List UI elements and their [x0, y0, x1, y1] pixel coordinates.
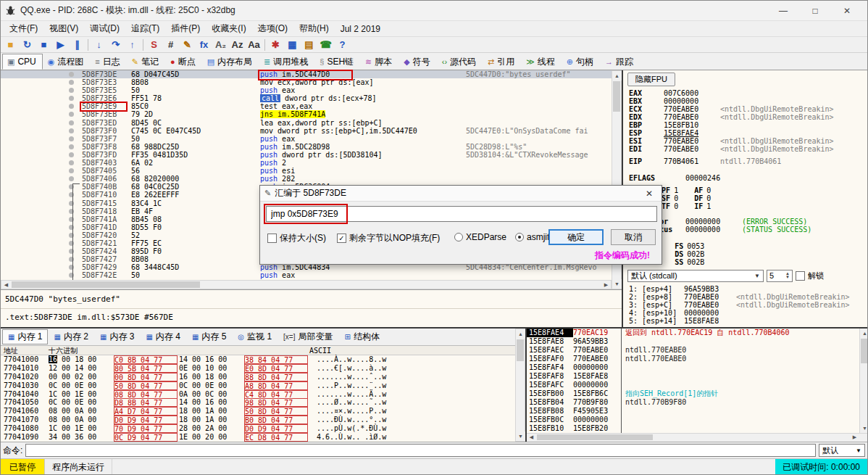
scroll-thumb[interactable] — [517, 339, 524, 361]
dump-row[interactable]: 7704102000 00 02 0000 8D 04 7716 00 18 0… — [1, 373, 515, 381]
breakpoint-dot[interactable] — [69, 80, 74, 85]
breakpoint-dot[interactable] — [69, 168, 74, 173]
stack-row[interactable]: 15E8FB1015E8FB20 — [527, 424, 868, 433]
view-tab[interactable]: ●断点 — [165, 54, 202, 70]
stack-row[interactable]: 15E8FAF815E8FAE8 — [527, 372, 868, 381]
disasm-row[interactable]: 5D8F73E550push eax — [1, 86, 612, 94]
dump-row[interactable]: 7704101012 00 14 0080 5B 04 770E 00 10 0… — [1, 364, 515, 373]
scroll-right-arrow[interactable]: ▶ — [850, 434, 859, 441]
maximize-button[interactable]: □ — [799, 1, 831, 20]
stack-row[interactable]: 15E8FB0C00000000 — [527, 416, 868, 424]
command-profile-dropdown[interactable]: 默认 ▼ — [819, 444, 865, 457]
register-row[interactable]: EBP15E8FB10 — [629, 121, 866, 129]
register-row[interactable]: ESP15E8FAE4 — [629, 129, 866, 137]
dump-tab[interactable]: [x=]局部变量 — [277, 329, 338, 344]
menu-item[interactable]: 视图(V) — [43, 21, 84, 36]
dump-row[interactable]: 7704106008 00 0A 00A4 D7 04 7718 00 1A 0… — [1, 407, 515, 416]
scroll-thumb[interactable] — [537, 434, 653, 440]
disasm-row[interactable]: 5D8F73FDFF35 0481D35Dpush dword ptr ds:[… — [1, 151, 612, 159]
scroll-left-arrow[interactable]: ◀ — [527, 434, 536, 441]
dump-tab[interactable]: ▦内存 1 — [2, 329, 48, 344]
disasm-row[interactable]: 5D8F73EB79 2Djns im.5D8F741A — [1, 110, 612, 118]
stack-row[interactable]: 15E8FAF0770EABE0ntdll.770EABE0 — [527, 355, 868, 363]
unlock-checkbox[interactable]: 解锁 — [796, 270, 824, 281]
ok-button[interactable]: 确定 — [548, 229, 604, 245]
register-row[interactable]: LastError00000000(ERROR_SUCCESS) — [629, 218, 866, 226]
breakpoint-dot[interactable] — [69, 144, 74, 149]
view-tab[interactable]: ◆符号 — [398, 54, 436, 70]
register-row[interactable]: EDI770EABE0<ntdll.DbgUiRemoteBreakin> — [629, 145, 866, 153]
menu-item[interactable]: 收藏夹(I) — [206, 21, 251, 36]
view-tab[interactable]: ‹›源代码 — [437, 54, 483, 70]
spinner-arrows-icon[interactable]: ▲▼ — [785, 272, 790, 279]
disasm-row[interactable]: 5D8F742E50push eax — [1, 271, 612, 279]
az-case-button[interactable]: Az — [229, 37, 246, 52]
nop-fill-checkbox[interactable]: ✓ 剩余字节以NOP填充(F) — [337, 232, 440, 244]
breakpoint-dot[interactable] — [69, 104, 74, 109]
scylla-button[interactable]: S — [146, 37, 162, 52]
stack-row[interactable]: 15E8FAFC00000000 — [527, 381, 868, 389]
breakpoint-dot[interactable] — [69, 72, 74, 77]
register-row[interactable]: EBX00000000 — [629, 97, 866, 105]
fx-actions-button[interactable]: fx — [196, 37, 212, 52]
dump-row[interactable]: 770410300C 00 0E 0050 8D 04 770C 00 0E 0… — [1, 381, 515, 390]
help-button[interactable]: ? — [334, 37, 351, 52]
dump-row[interactable]: 7704100016 00 18 00C0 8B 04 7714 00 16 0… — [1, 355, 515, 364]
disasm-horizontal-scrollbar[interactable]: ◀ ▶ — [1, 280, 612, 289]
settings-button[interactable]: ✱ — [267, 37, 284, 52]
breakpoint-dot[interactable] — [69, 112, 74, 117]
disasm-row[interactable]: 5D8F74036A 02push 2 — [1, 159, 612, 167]
dump-row[interactable]: 770410401C 00 1E 0008 8D 04 770A 00 0C 0… — [1, 390, 515, 399]
memory-chip-button[interactable]: ▦ — [284, 37, 301, 52]
disasm-row[interactable]: 5D8F73F750push eax — [1, 135, 612, 143]
command-input[interactable] — [25, 444, 816, 457]
dump-row[interactable]: 7704109034 00 36 000C D9 04 771E 00 20 0… — [1, 433, 515, 442]
argument-row[interactable]: 1:[esp+4]96A59BB3 — [629, 285, 866, 293]
hide-fpu-button[interactable]: 隐藏FPU — [627, 73, 675, 86]
font-button[interactable]: Aa — [246, 37, 262, 52]
view-tab[interactable]: ≫线程 — [521, 54, 562, 70]
segment-row[interactable]: CS0023SS002B — [629, 258, 866, 266]
register-row[interactable]: EFLAGS00000246 — [629, 174, 866, 182]
patch-button[interactable]: ✎ — [179, 37, 196, 52]
asmjit-radio[interactable]: asmjit — [515, 232, 549, 242]
minimize-button[interactable]: — — [767, 1, 799, 20]
scroll-down-arrow[interactable]: ▼ — [860, 424, 868, 433]
phone-button[interactable]: ☎ — [317, 37, 334, 52]
stack-row[interactable]: 15E8FAF400000000 — [527, 363, 868, 372]
stack-vertical-scrollbar[interactable]: ▲ ▼ — [859, 329, 868, 433]
view-tab[interactable]: ≣调用堆栈 — [259, 54, 314, 70]
view-tab[interactable]: ◉流程图 — [43, 54, 91, 70]
run-button[interactable]: ▶ — [52, 37, 69, 52]
disasm-row[interactable]: 5D8F73F868 988DC25Dpush im.5DC28D985DC28… — [1, 143, 612, 151]
stack-horizontal-scrollbar[interactable]: ◀ ▶ — [527, 433, 868, 442]
view-tab[interactable]: ▤内存布局 — [202, 54, 259, 70]
step-into-button[interactable]: ↓ — [91, 37, 107, 52]
argument-row[interactable]: 3:[esp+C]770EABE0<ntdll.DbgUiRemoteBreak… — [629, 301, 866, 309]
breakpoint-dot[interactable] — [69, 88, 74, 93]
cancel-button[interactable]: 取消 — [611, 229, 656, 245]
dump-tab[interactable]: ◎监视 1 — [232, 329, 277, 344]
scroll-up-arrow[interactable]: ▲ — [612, 71, 622, 80]
dump-row[interactable]: 770410500C 00 0E 00D8 8B 04 7714 00 16 0… — [1, 398, 515, 407]
register-row[interactable]: EAX007C6000 — [629, 89, 866, 97]
argument-row[interactable]: 4:[esp+10]00000000 — [629, 309, 866, 317]
open-file-button[interactable]: ■ — [2, 37, 19, 52]
dump-panel[interactable]: ▦内存 1▦内存 2▦内存 3▦内存 4▦内存 5◎监视 1[x=]局部变量⊞结… — [1, 329, 515, 442]
register-row[interactable]: ESI770EABE0<ntdll.DbgUiRemoteBreakin> — [629, 137, 866, 145]
disasm-row[interactable]: 5D8F73F0C745 0C E047C45Dmov dword ptr ss… — [1, 127, 612, 135]
stack-row[interactable]: 15E8FAEC770EABE0ntdll.770EABE0 — [527, 346, 868, 355]
view-tab[interactable]: →跟踪 — [600, 54, 640, 70]
xedparse-radio[interactable]: XEDParse — [454, 232, 506, 242]
disasm-row[interactable]: 5D8F740556push esi — [1, 167, 612, 175]
menu-item[interactable]: 帮助(H) — [293, 21, 335, 36]
flags-row[interactable]: OF0SF0DF0 — [629, 194, 866, 202]
view-tab[interactable]: ≋脚本 — [360, 54, 398, 70]
disasm-row[interactable]: 5D8F73ED8D45 0Clea eax,dword ptr ss:[ebp… — [1, 119, 612, 127]
notes-book-button[interactable]: ▤ — [301, 37, 317, 52]
scroll-up-arrow[interactable]: ▲ — [516, 329, 525, 339]
convention-dropdown[interactable]: 默认 (stdcall) ▼ — [627, 270, 764, 282]
step-over-button[interactable]: ↷ — [107, 37, 124, 52]
dump-vertical-scrollbar[interactable]: ▲ ▼ — [515, 329, 525, 442]
menu-item[interactable]: 选项(O) — [252, 21, 293, 36]
